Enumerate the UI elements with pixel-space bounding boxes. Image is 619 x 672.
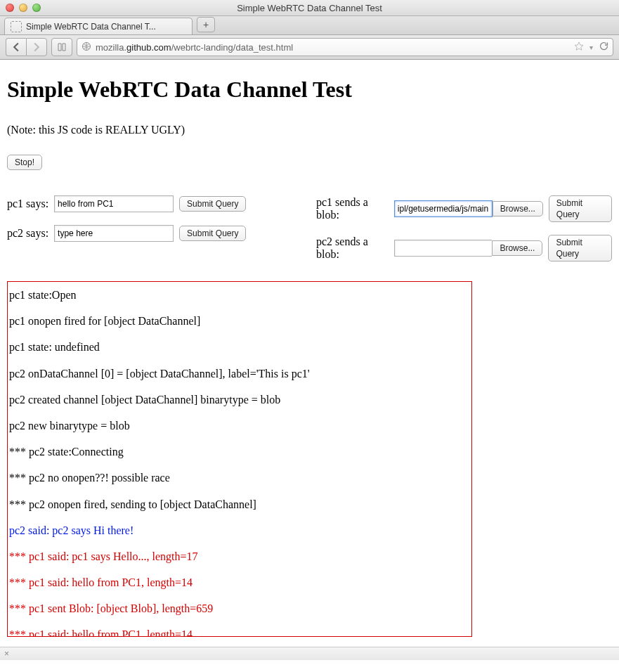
chevron-right-icon: [32, 42, 41, 52]
log-output[interactable]: pc1 state:Openpc1 onopen fired for [obje…: [7, 281, 472, 637]
url-path: /webrtc-landing/data_test.html: [171, 42, 293, 53]
log-line: *** pc2 onopen fired, sending to [object…: [8, 491, 471, 517]
close-window-icon[interactable]: [6, 4, 14, 12]
window-titlebar: Simple WebRTC Data Channel Test: [0, 0, 619, 16]
minimize-window-icon[interactable]: [19, 4, 27, 12]
url-bar[interactable]: mozilla.github.com/webrtc-landing/data_t…: [77, 38, 613, 56]
nav-toolbar: mozilla.github.com/webrtc-landing/data_t…: [0, 35, 619, 60]
chevron-left-icon: [11, 42, 21, 52]
pc1-blob-label: pc1 sends a blob:: [316, 196, 389, 221]
log-line: *** pc2 no onopen??! possible race: [8, 465, 471, 491]
globe-icon: [82, 41, 91, 53]
page-content: Simple WebRTC Data Channel Test (Note: t…: [0, 60, 619, 647]
tab-strip: Simple WebRTC Data Channel T... +: [0, 16, 619, 35]
log-line: pc2 said: pc2 says Hi there!: [8, 517, 471, 543]
url-text: mozilla.github.com/webrtc-landing/data_t…: [96, 42, 293, 53]
log-line: pc1 state: undefined: [8, 334, 471, 360]
pc2-says-input[interactable]: [54, 225, 174, 242]
window-title: Simple WebRTC Data Channel Test: [0, 3, 619, 13]
log-line: pc2 onDataChannel [0] = [object DataChan…: [8, 361, 471, 387]
reader-button[interactable]: [51, 38, 72, 56]
pc1-says-label: pc1 says:: [7, 198, 48, 210]
reload-icon[interactable]: [599, 41, 608, 53]
browser-tab[interactable]: Simple WebRTC Data Channel T...: [4, 18, 193, 34]
log-line: *** pc1 sent Blob: [object Blob], length…: [8, 595, 471, 621]
page-heading: Simple WebRTC Data Channel Test: [7, 77, 612, 103]
pc1-says-submit-button[interactable]: Submit Query: [179, 196, 246, 212]
log-line: *** pc1 said: hello from PC1, length=14: [8, 569, 471, 595]
tab-favicon-icon: [11, 21, 22, 32]
log-line: pc1 state:Open: [8, 282, 471, 308]
pc2-blob-submit-button[interactable]: Submit Query: [548, 235, 612, 261]
log-line: *** pc1 said: pc1 says Hello..., length=…: [8, 543, 471, 569]
pc1-browse-button[interactable]: Browse...: [493, 201, 543, 217]
log-line: pc2 created channel [object DataChannel]…: [8, 387, 471, 413]
bookmark-icon[interactable]: [574, 41, 584, 53]
pc1-blob-input[interactable]: [394, 200, 493, 217]
page-note: (Note: this JS code is REALLY UGLY): [7, 124, 612, 136]
tab-title: Simple WebRTC Data Channel T...: [26, 22, 156, 32]
dropdown-icon[interactable]: ▾: [589, 44, 593, 51]
pc2-says-label: pc2 says:: [7, 227, 48, 240]
log-line: pc1 onopen fired for [object DataChannel…: [8, 308, 471, 334]
pc1-says-input[interactable]: [54, 195, 174, 212]
forward-button[interactable]: [26, 38, 47, 56]
window-controls: [6, 4, 41, 12]
pc2-browse-button[interactable]: Browse...: [492, 240, 542, 256]
status-bar: ×: [0, 647, 619, 660]
pc2-says-submit-button[interactable]: Submit Query: [179, 226, 246, 241]
url-prefix: mozilla.: [96, 42, 126, 53]
back-button[interactable]: [6, 38, 26, 56]
log-line: *** pc1 said: hello from PC1, length=14: [8, 621, 471, 637]
pc2-blob-label: pc2 sends a blob:: [316, 235, 389, 261]
status-close-icon[interactable]: ×: [4, 649, 9, 659]
zoom-window-icon[interactable]: [32, 4, 41, 12]
log-line: pc2 new binarytype = blob: [8, 413, 471, 439]
log-line: *** pc2 state:Connecting: [8, 439, 471, 465]
new-tab-button[interactable]: +: [197, 17, 215, 32]
pc2-blob-input[interactable]: [394, 240, 492, 257]
plus-icon: +: [203, 19, 209, 30]
url-host: github.com: [126, 42, 171, 53]
pc1-blob-submit-button[interactable]: Submit Query: [549, 195, 612, 222]
stop-button[interactable]: Stop!: [7, 155, 42, 170]
book-icon: [57, 42, 67, 52]
